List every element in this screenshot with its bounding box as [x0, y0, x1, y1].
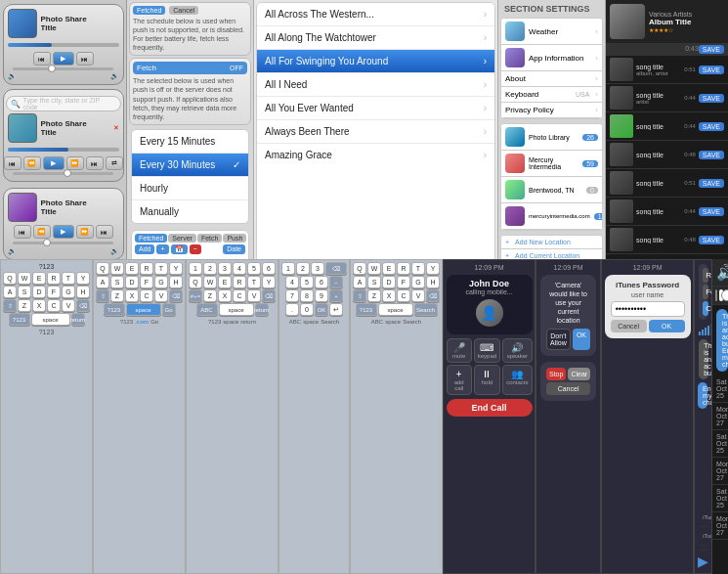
k5-del[interactable]: ⌫ [426, 289, 440, 302]
kn-plus[interactable]: + [329, 289, 343, 302]
cancel-small-btn[interactable]: Cancel [169, 6, 198, 15]
privacy-item[interactable]: Privacy Policy › [501, 103, 602, 118]
contacts-btn[interactable]: 👥 contacts [502, 365, 532, 395]
key2-a[interactable]: A [96, 276, 109, 288]
rewind-btn-1[interactable]: ⏮ [33, 52, 51, 66]
weather-item[interactable]: Weather › [501, 19, 602, 45]
key2-shift[interactable]: ⇧ [96, 289, 109, 302]
shuffle-btn-2[interactable]: ⇄ [106, 156, 123, 170]
save-btn-1[interactable]: SAVE [699, 66, 724, 74]
song-item-3[interactable]: All For Swinging You Around › [257, 50, 494, 73]
color-swatch-1[interactable] [715, 289, 717, 301]
forward-btn-3[interactable]: ⏭ [96, 225, 113, 239]
key-w[interactable]: W [18, 272, 31, 285]
kn-minus[interactable]: − [329, 276, 343, 288]
prev-btn-3[interactable]: ⏪ [33, 225, 51, 239]
key-r[interactable]: R [47, 272, 61, 285]
kn-4[interactable]: 4 [285, 276, 299, 288]
save-btn-6[interactable]: SAVE [699, 207, 724, 216]
key3-2[interactable]: 2 [203, 262, 217, 275]
key3-z2[interactable]: Z [203, 289, 217, 302]
keypad-btn[interactable]: ⌨ keypad [474, 338, 500, 363]
fetched-tab[interactable]: Fetched [133, 6, 165, 15]
volume-bar-3[interactable] [13, 242, 113, 244]
song-item-5[interactable]: All You Ever Wanted › [257, 97, 494, 120]
key2-h[interactable]: H [169, 276, 183, 288]
key3-space[interactable]: space [219, 303, 254, 316]
forward-btn-1[interactable]: ⏭ [76, 52, 94, 66]
song-item-4[interactable]: All I Need › [257, 73, 494, 97]
song-item-1[interactable]: All Across The Western... › [257, 3, 494, 26]
key-z[interactable]: Z [18, 299, 31, 312]
progress-bar-1[interactable] [8, 43, 119, 47]
key2-d[interactable]: D [125, 276, 139, 288]
key3-y2[interactable]: Y [262, 276, 276, 288]
volume-bar-1[interactable] [13, 67, 113, 70]
prev-btn-2[interactable]: ⏪ [23, 156, 41, 170]
k5-h[interactable]: H [426, 276, 440, 288]
key3-t2[interactable]: T [247, 276, 261, 288]
key2-space[interactable]: space [126, 303, 161, 316]
k5-f[interactable]: F [397, 276, 410, 288]
key-delete[interactable]: ⌫ [76, 299, 90, 312]
key3-return[interactable]: return [255, 303, 269, 316]
k5-a[interactable]: A [353, 276, 366, 288]
kn-2[interactable]: 2 [296, 262, 310, 275]
save-btn-5[interactable]: SAVE [699, 179, 724, 188]
key-h[interactable]: H [76, 286, 90, 298]
dont-allow-btn[interactable]: Don't Allow [546, 329, 571, 350]
key3-x2[interactable]: X [218, 289, 232, 302]
key-shift[interactable]: ⇧ [3, 299, 17, 312]
k5-123[interactable]: ?123 [356, 303, 377, 316]
key3-del[interactable]: ⌫ [262, 289, 276, 302]
option-30min[interactable]: Every 30 Minutes ✓ [132, 154, 248, 177]
key2-t[interactable]: T [154, 262, 168, 275]
save-btn-7[interactable]: SAVE [699, 236, 724, 244]
kn-del[interactable]: ⌫ [325, 262, 347, 275]
itunes-password-input[interactable] [611, 301, 685, 317]
key-x[interactable]: X [32, 299, 46, 312]
key3-5[interactable]: 5 [247, 262, 261, 275]
song-item-lib-3[interactable]: song title 0:44 SAVE [606, 112, 728, 141]
sms-cancel-btn[interactable]: Cancel [703, 301, 708, 316]
delete-btn[interactable]: − [190, 244, 201, 254]
song-item-lib-2[interactable]: song title artist 0:44 SAVE [606, 84, 728, 112]
save-btn-header[interactable]: SAVE [699, 45, 724, 54]
k5-z[interactable]: Z [367, 289, 381, 302]
kn-dot[interactable]: . [285, 303, 299, 316]
key-s[interactable]: S [18, 286, 31, 298]
key3-abc[interactable]: ABC [196, 303, 218, 316]
key2-s[interactable]: S [110, 276, 124, 288]
rewind-btn-2[interactable]: ⏮ [4, 156, 21, 170]
k5-r[interactable]: R [397, 262, 410, 275]
k5-d[interactable]: D [382, 276, 396, 288]
key2-g[interactable]: G [154, 276, 168, 288]
key3-1[interactable]: 1 [189, 262, 202, 275]
calendar-btn[interactable]: 📅 [171, 244, 188, 254]
key-c[interactable]: C [47, 299, 61, 312]
key2-f[interactable]: F [140, 276, 153, 288]
key3-e2[interactable]: E [218, 276, 232, 288]
play-btn-2[interactable]: ▶ [43, 156, 64, 170]
key2-z[interactable]: Z [110, 289, 124, 302]
key-space-1[interactable]: space [31, 313, 70, 326]
save-btn-3[interactable]: SAVE [699, 122, 724, 131]
kn-3[interactable]: 3 [311, 262, 324, 275]
key-v[interactable]: V [62, 299, 75, 312]
key2-c[interactable]: C [140, 289, 153, 302]
k5-e[interactable]: E [382, 262, 396, 275]
mercury-url-item[interactable]: mercuryintermedia.com 16 [501, 203, 602, 230]
song-item-lib-7[interactable]: song title 0:48 SAVE [606, 226, 728, 254]
mercury-item[interactable]: Mercury Intermedia 59 [501, 151, 602, 177]
end-call-button[interactable]: End Call [447, 399, 533, 417]
key2-x[interactable]: X [125, 289, 139, 302]
forward-btn[interactable]: Forward [703, 285, 708, 299]
server-tab[interactable]: Server [168, 234, 196, 243]
key-e[interactable]: E [32, 272, 46, 285]
key2-y[interactable]: Y [169, 262, 183, 275]
key3-v2[interactable]: V [247, 289, 261, 302]
play-btn-1[interactable]: ▶ [53, 52, 74, 66]
key-123[interactable]: ?123 [9, 313, 30, 326]
key-t[interactable]: T [62, 272, 75, 285]
photo-library-item[interactable]: Photo Library 26 [501, 124, 602, 151]
